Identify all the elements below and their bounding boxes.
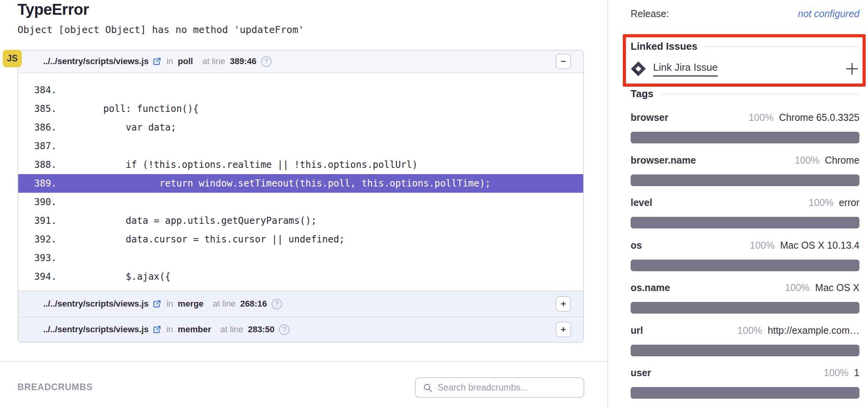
tag-distribution-bar[interactable]	[631, 345, 859, 356]
external-link-icon[interactable]	[152, 57, 162, 66]
tag-name[interactable]: user	[631, 367, 651, 378]
tag-value[interactable]: http://example.com…	[768, 325, 859, 336]
line-number: 385.	[18, 99, 81, 118]
tag-percent: 100%	[737, 325, 762, 336]
tag-distribution-bar[interactable]	[631, 387, 859, 399]
tag-name[interactable]: browser	[631, 112, 668, 123]
add-linked-issue-button[interactable]	[845, 61, 859, 76]
link-jira-issue-link[interactable]: Link Jira Issue	[653, 61, 718, 77]
tag-value[interactable]: error	[839, 197, 859, 208]
minus-icon	[559, 58, 567, 65]
stack-trace-panel: ../../sentry/scripts/views.js in poll at…	[17, 50, 584, 343]
language-badge-js: JS	[3, 50, 22, 67]
frame-function-name: member	[178, 324, 211, 335]
tag-name[interactable]: browser.name	[631, 155, 696, 166]
release-label: Release:	[631, 8, 669, 19]
external-link-icon[interactable]	[152, 299, 162, 309]
plus-icon	[845, 61, 859, 76]
code-line: 384.	[18, 81, 583, 99]
line-number: 393.	[18, 249, 81, 267]
frame-atline-label: at line	[220, 324, 243, 335]
tag-percent: 100%	[749, 112, 774, 123]
tag-value[interactable]: Mac OS X 10.13.4	[780, 240, 859, 251]
expand-frame-button[interactable]	[556, 322, 571, 337]
code-line: 392. data.cursor = this.cursor || undefi…	[18, 230, 583, 249]
tag-value[interactable]: Chrome	[825, 155, 859, 166]
line-number: 388.	[18, 155, 81, 174]
tags-section-header: Tags	[631, 88, 859, 100]
tag-distribution-bar[interactable]	[631, 217, 859, 228]
stack-frame-collapsed[interactable]: ../../sentry/scripts/views.js in member …	[18, 316, 583, 342]
frame-function-name: merge	[178, 299, 204, 309]
help-icon[interactable]: ?	[279, 324, 289, 335]
code-line: 388. if (!this.options.realtime || !this…	[18, 155, 583, 174]
line-number: 394.	[18, 267, 81, 286]
tag-row-os: os 100% Mac OS X 10.13.4	[631, 240, 859, 271]
linked-issues-section-header: Linked Issues	[631, 40, 859, 52]
help-icon[interactable]: ?	[261, 56, 272, 67]
tag-name[interactable]: os.name	[631, 282, 670, 293]
line-number: 392.	[18, 230, 81, 249]
frame-atline-label: at line	[202, 56, 225, 66]
frame-file-path[interactable]: ../../sentry/scripts/views.js	[43, 56, 148, 66]
tag-name[interactable]: os	[631, 240, 642, 251]
breadcrumbs-section-title: BREADCRUMBS	[17, 382, 93, 392]
tag-name[interactable]: level	[631, 197, 652, 208]
tag-distribution-bar[interactable]	[631, 260, 859, 271]
exception-type-title: TypeError	[17, 1, 89, 18]
frame-file-path[interactable]: ../../sentry/scripts/views.js	[43, 299, 148, 309]
stack-frame-collapsed[interactable]: ../../sentry/scripts/views.js in merge a…	[18, 291, 583, 316]
issue-detail-page: TypeError Object [object Object] has no …	[0, 0, 868, 408]
jira-icon	[631, 61, 646, 77]
frame-line-number: 389:46	[230, 56, 256, 66]
external-link-icon[interactable]	[152, 325, 162, 334]
code-line: 393.	[18, 249, 583, 267]
linked-issues-heading: Linked Issues	[631, 40, 697, 52]
collapse-frame-button[interactable]	[556, 54, 571, 69]
plus-icon	[559, 326, 567, 333]
release-not-configured-link[interactable]: not configured	[798, 8, 859, 19]
tags-heading: Tags	[631, 88, 654, 100]
tag-percent: 100%	[824, 367, 849, 378]
line-source: poll: function(){	[81, 99, 199, 118]
line-source: data.cursor = this.cursor || undefined;	[81, 230, 345, 249]
line-number: 391.	[18, 211, 81, 230]
tag-percent: 100%	[809, 197, 833, 208]
stack-frame-header[interactable]: ../../sentry/scripts/views.js in poll at…	[18, 51, 583, 73]
frame-line-number: 268:16	[240, 299, 267, 309]
breadcrumbs-search-box[interactable]	[415, 377, 584, 398]
frame-line-number: 283:50	[248, 324, 275, 335]
heading-rule	[704, 46, 859, 47]
tag-value[interactable]: Chrome 65.0.3325	[779, 112, 859, 123]
source-code-context: 384. 385. poll: function(){ 386. var dat…	[18, 73, 583, 291]
line-source: var data;	[81, 118, 176, 137]
sidebar-divider	[607, 0, 608, 408]
line-number: 387.	[18, 137, 81, 155]
search-icon	[423, 383, 433, 393]
tag-distribution-bar[interactable]	[631, 174, 859, 186]
help-icon[interactable]: ?	[272, 299, 282, 309]
tag-percent: 100%	[750, 240, 775, 251]
tag-value[interactable]: Mac OS X	[815, 282, 859, 293]
tag-row-level: level 100% error	[631, 197, 859, 228]
frame-file-path[interactable]: ../../sentry/scripts/views.js	[43, 324, 148, 335]
exception-message: Object [object Object] has no method 'up…	[17, 24, 304, 35]
expand-frame-button[interactable]	[556, 296, 571, 312]
code-line: 390.	[18, 193, 583, 211]
tag-percent: 100%	[785, 282, 810, 293]
frame-function-name: poll	[178, 56, 193, 66]
code-line: 386. var data;	[18, 118, 583, 137]
code-line-highlighted: 389. return window.setTimeout(this.poll,…	[18, 174, 583, 193]
tag-distribution-bar[interactable]	[631, 132, 859, 143]
code-line: 391. data = app.utils.getQueryParams();	[18, 211, 583, 230]
code-line: 387.	[18, 137, 583, 155]
breadcrumbs-search-input[interactable]	[437, 382, 577, 393]
tag-name[interactable]: url	[631, 325, 643, 336]
tag-value[interactable]: 1	[854, 367, 859, 378]
tag-distribution-bar[interactable]	[631, 302, 859, 314]
line-number: 390.	[18, 193, 81, 211]
line-source: $.ajax({	[81, 267, 171, 286]
line-number: 386.	[18, 118, 81, 137]
section-divider	[0, 361, 608, 362]
frame-in-label: in	[166, 56, 173, 66]
